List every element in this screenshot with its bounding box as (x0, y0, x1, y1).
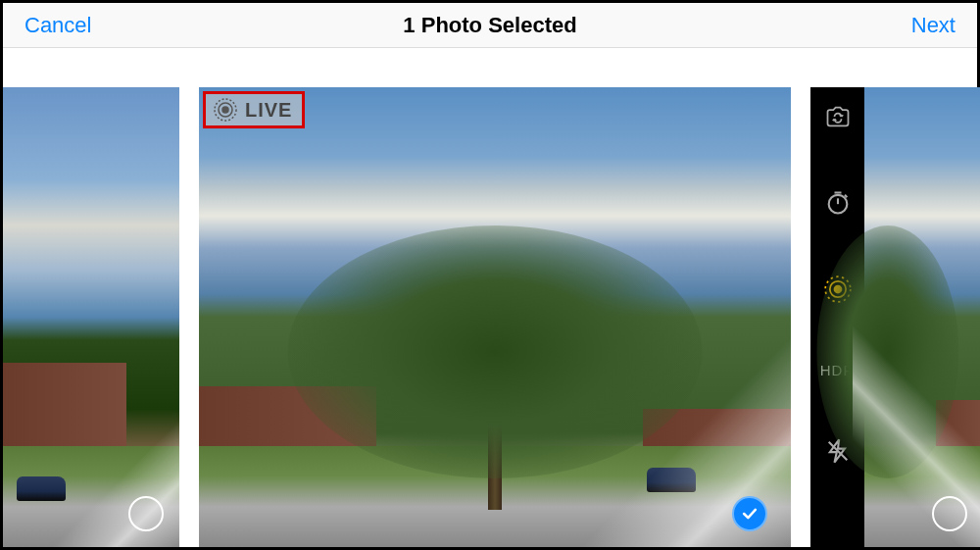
flip-camera-icon[interactable] (824, 103, 852, 130)
photo-carousel[interactable]: LIVE (3, 48, 977, 547)
next-button[interactable]: Next (911, 13, 956, 38)
timer-icon[interactable] (824, 189, 852, 217)
live-photo-badge: LIVE (203, 91, 305, 128)
selection-indicator-empty[interactable] (128, 496, 164, 531)
cancel-button[interactable]: Cancel (24, 13, 91, 38)
selection-indicator-checked[interactable] (732, 496, 767, 531)
photo-thumbnail-selected[interactable]: LIVE (199, 87, 791, 547)
selection-indicator-empty[interactable] (932, 496, 967, 531)
live-photo-icon (214, 98, 237, 122)
svg-point-0 (222, 107, 228, 113)
live-badge-label: LIVE (245, 99, 292, 122)
photo-thumbnail-next[interactable]: HDR (810, 87, 980, 547)
photo-thumbnail-prev[interactable] (3, 87, 179, 547)
page-title: 1 Photo Selected (403, 13, 576, 38)
checkmark-icon (740, 504, 760, 524)
header-bar: Cancel 1 Photo Selected Next (3, 3, 977, 48)
